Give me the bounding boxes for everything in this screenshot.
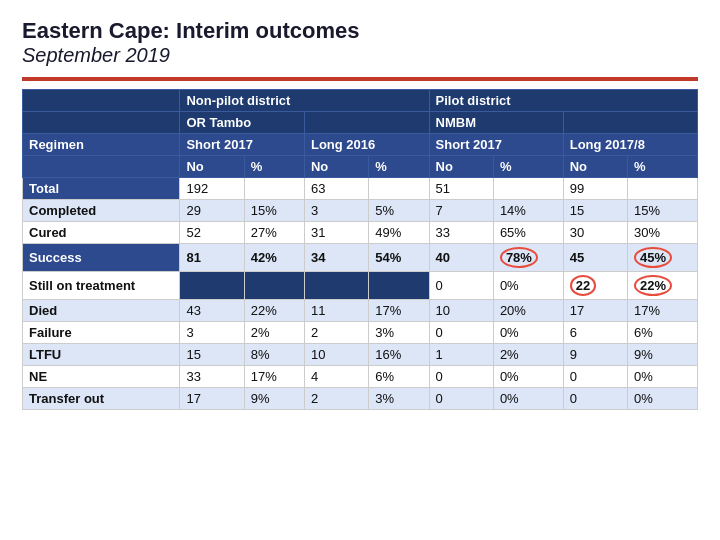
cured-pct1: 27% — [244, 222, 304, 244]
pct3-header: % — [493, 156, 563, 178]
table-row: Died 43 22% 11 17% 10 20% 17 17% — [23, 300, 698, 322]
died-pct1: 22% — [244, 300, 304, 322]
total-pct4 — [628, 178, 698, 200]
circle-45: 45% — [634, 247, 672, 268]
no1-header: No — [180, 156, 244, 178]
transfer-no1: 17 — [180, 388, 244, 410]
transfer-label: Transfer out — [23, 388, 180, 410]
ltfu-no4: 9 — [563, 344, 627, 366]
circle-78: 78% — [500, 247, 538, 268]
ne-label: NE — [23, 366, 180, 388]
pilot-header: Pilot district — [429, 90, 697, 112]
ltfu-label: LTFU — [23, 344, 180, 366]
table-row: LTFU 15 8% 10 16% 1 2% 9 9% — [23, 344, 698, 366]
ne-no2: 4 — [304, 366, 368, 388]
success-no3: 40 — [429, 244, 493, 272]
completed-pct2: 5% — [369, 200, 429, 222]
failure-label: Failure — [23, 322, 180, 344]
cured-no2: 31 — [304, 222, 368, 244]
table-row: Success 81 42% 34 54% 40 78% 45 45% — [23, 244, 698, 272]
pct2-header: % — [369, 156, 429, 178]
table-row: NE 33 17% 4 6% 0 0% 0 0% — [23, 366, 698, 388]
page: Eastern Cape: Interim outcomes September… — [0, 0, 720, 540]
died-no2: 11 — [304, 300, 368, 322]
transfer-pct3: 0% — [493, 388, 563, 410]
completed-no1: 29 — [180, 200, 244, 222]
success-pct2: 54% — [369, 244, 429, 272]
died-no3: 10 — [429, 300, 493, 322]
died-label: Died — [23, 300, 180, 322]
died-pct3: 20% — [493, 300, 563, 322]
outcomes-table: Non-pilot district Pilot district OR Tam… — [22, 89, 698, 410]
ltfu-pct2: 16% — [369, 344, 429, 366]
header-row-4: No % No % No % No % — [23, 156, 698, 178]
failure-no2: 2 — [304, 322, 368, 344]
completed-pct3: 14% — [493, 200, 563, 222]
table-row: Total 192 63 51 99 — [23, 178, 698, 200]
died-pct2: 17% — [369, 300, 429, 322]
no3-header: No — [429, 156, 493, 178]
completed-pct1: 15% — [244, 200, 304, 222]
success-label: Success — [23, 244, 180, 272]
still-no4: 22 — [563, 272, 627, 300]
cured-no4: 30 — [563, 222, 627, 244]
transfer-pct4: 0% — [628, 388, 698, 410]
total-no1: 192 — [180, 178, 244, 200]
ne-no1: 33 — [180, 366, 244, 388]
total-label: Total — [23, 178, 180, 200]
total-pct2 — [369, 178, 429, 200]
died-no4: 17 — [563, 300, 627, 322]
success-no4: 45 — [563, 244, 627, 272]
pct1-header: % — [244, 156, 304, 178]
total-no4: 99 — [563, 178, 627, 200]
short2017-header: Short 2017 — [180, 134, 305, 156]
ne-pct4: 0% — [628, 366, 698, 388]
circle-22pct: 22% — [634, 275, 672, 296]
transfer-no3: 0 — [429, 388, 493, 410]
ne-no3: 0 — [429, 366, 493, 388]
completed-no4: 15 — [563, 200, 627, 222]
table-row: Cured 52 27% 31 49% 33 65% 30 30% — [23, 222, 698, 244]
no4-header: No — [563, 156, 627, 178]
still-pct4: 22% — [628, 272, 698, 300]
died-no1: 43 — [180, 300, 244, 322]
h4-empty — [23, 156, 180, 178]
total-no3: 51 — [429, 178, 493, 200]
total-pct3 — [493, 178, 563, 200]
h2-empty3 — [563, 112, 697, 134]
ltfu-no1: 15 — [180, 344, 244, 366]
ltfu-no3: 1 — [429, 344, 493, 366]
ltfu-pct4: 9% — [628, 344, 698, 366]
h1-empty — [23, 90, 180, 112]
failure-no4: 6 — [563, 322, 627, 344]
still-pct2 — [369, 272, 429, 300]
red-bar — [22, 77, 698, 81]
success-pct4: 45% — [628, 244, 698, 272]
short2017b-header: Short 2017 — [429, 134, 563, 156]
ltfu-pct1: 8% — [244, 344, 304, 366]
ne-pct2: 6% — [369, 366, 429, 388]
header-row-1: Non-pilot district Pilot district — [23, 90, 698, 112]
transfer-pct1: 9% — [244, 388, 304, 410]
h2-empty — [23, 112, 180, 134]
success-pct1: 42% — [244, 244, 304, 272]
still-pct1 — [244, 272, 304, 300]
died-pct4: 17% — [628, 300, 698, 322]
header-row-2: OR Tambo NMBM — [23, 112, 698, 134]
circle-22no: 22 — [570, 275, 596, 296]
failure-no1: 3 — [180, 322, 244, 344]
nmbm-header: NMBM — [429, 112, 563, 134]
still-label: Still on treatment — [23, 272, 180, 300]
failure-pct1: 2% — [244, 322, 304, 344]
header-row-3: Regimen Short 2017 Long 2016 Short 2017 … — [23, 134, 698, 156]
cured-pct2: 49% — [369, 222, 429, 244]
ltfu-pct3: 2% — [493, 344, 563, 366]
still-pct3: 0% — [493, 272, 563, 300]
table-row: Still on treatment 0 0% 22 22% — [23, 272, 698, 300]
cured-no1: 52 — [180, 222, 244, 244]
long2017-header: Long 2017/8 — [563, 134, 697, 156]
main-title: Eastern Cape: Interim outcomes — [22, 18, 698, 44]
sub-title: September 2019 — [22, 44, 698, 67]
ne-pct1: 17% — [244, 366, 304, 388]
ne-pct3: 0% — [493, 366, 563, 388]
